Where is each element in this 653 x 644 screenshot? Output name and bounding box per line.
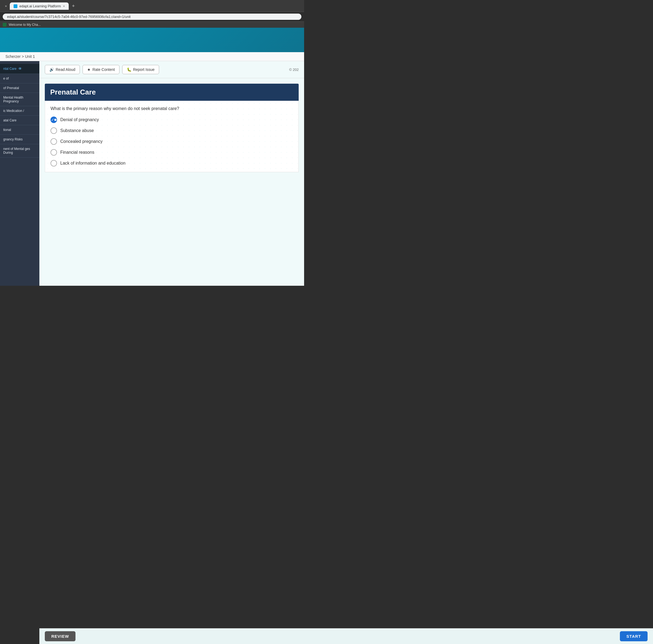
sidebar-item-gnancy-risks[interactable]: gnancy Risks bbox=[0, 135, 39, 144]
answer-option-c[interactable]: Concealed pregnancy bbox=[50, 138, 293, 145]
bookmark-favicon bbox=[3, 23, 6, 27]
sidebar-item-label: atal Care bbox=[3, 118, 17, 122]
new-tab-button[interactable]: + bbox=[70, 2, 77, 10]
tab-label: edapt.ai Learning Platform bbox=[20, 4, 61, 8]
radio-c[interactable] bbox=[50, 138, 57, 145]
eye-icon: 👁 bbox=[18, 67, 22, 71]
bookmarks-bar: Welcome to My Cha... bbox=[0, 21, 304, 28]
sidebar-item-eof[interactable]: e of bbox=[0, 74, 39, 84]
browser-chrome: × edapt.ai Learning Platform × + bbox=[0, 0, 304, 12]
bookmark-label[interactable]: Welcome to My Cha... bbox=[9, 23, 41, 27]
radio-a[interactable]: ✓ bbox=[50, 117, 57, 123]
answer-text-e: Lack of information and education bbox=[60, 161, 125, 166]
answer-text-d: Financial reasons bbox=[60, 150, 94, 155]
speaker-icon: 🔊 bbox=[49, 67, 54, 72]
rate-content-button[interactable]: ★ Rate Content bbox=[82, 65, 119, 74]
answer-options: ✓ Denial of pregnancy Substance abuse bbox=[50, 117, 293, 167]
report-issue-label: Report Issue bbox=[133, 67, 154, 72]
sidebar-item-prenatal-care[interactable]: ntal Care 👁 bbox=[0, 64, 39, 74]
sidebar-item-tional[interactable]: tional bbox=[0, 125, 39, 135]
sidebar-item-ic-medication[interactable]: ic Medication / bbox=[0, 106, 39, 116]
sidebar-item-mental-health[interactable]: Mental Health Pregnancy bbox=[0, 93, 39, 106]
question-section: Prenatal Care What is the primary reason… bbox=[45, 84, 299, 172]
answer-option-d[interactable]: Financial reasons bbox=[50, 149, 293, 156]
address-bar[interactable]: edapt.ai/student/course/7c3714c5-7a04-46… bbox=[3, 14, 301, 20]
sidebar-item-mental-ages[interactable]: nent of Mental ges During bbox=[0, 144, 39, 158]
sidebar-item-label: ntal Care bbox=[3, 67, 17, 71]
sidebar-item-label: tional bbox=[3, 128, 11, 132]
question-text: What is the primary reason why women do … bbox=[50, 106, 293, 111]
tab-bar: × edapt.ai Learning Platform × + bbox=[3, 2, 301, 10]
copyright-text: © 202 bbox=[289, 68, 299, 72]
question-title: Prenatal Care bbox=[50, 88, 293, 96]
tab-favicon bbox=[14, 4, 17, 8]
question-body: What is the primary reason why women do … bbox=[45, 101, 299, 172]
answer-text-c: Concealed pregnancy bbox=[60, 139, 103, 144]
sidebar-item-label: ic Medication / bbox=[3, 109, 24, 113]
sidebar-item-label: nent of Mental ges During bbox=[3, 147, 36, 154]
radio-b[interactable] bbox=[50, 127, 57, 134]
checkmark-icon: ✓ bbox=[51, 118, 54, 122]
address-bar-row: edapt.ai/student/course/7c3714c5-7a04-46… bbox=[0, 12, 304, 21]
answer-option-a[interactable]: ✓ Denial of pregnancy bbox=[50, 117, 293, 123]
content-area: ntal Care 👁 e of of Prenatal Mental Heal… bbox=[0, 61, 304, 286]
active-tab[interactable]: edapt.ai Learning Platform × bbox=[10, 2, 69, 10]
close-other-tab-button[interactable]: × bbox=[3, 3, 9, 9]
radio-d[interactable] bbox=[50, 149, 57, 156]
star-icon: ★ bbox=[87, 67, 91, 72]
sidebar-item-label: e of bbox=[3, 77, 9, 80]
sidebar-item-atal-care[interactable]: atal Care bbox=[0, 116, 39, 125]
read-aloud-label: Read Aloud bbox=[56, 67, 75, 72]
top-header bbox=[0, 28, 304, 52]
sidebar-item-label: gnancy Risks bbox=[3, 138, 23, 141]
answer-text-a: Denial of pregnancy bbox=[60, 117, 99, 122]
rate-content-label: Rate Content bbox=[92, 67, 115, 72]
sidebar-item-of-prenatal[interactable]: of Prenatal bbox=[0, 84, 39, 93]
report-issue-button[interactable]: 🐛 Report Issue bbox=[122, 65, 159, 74]
sidebar: ntal Care 👁 e of of Prenatal Mental Heal… bbox=[0, 61, 39, 286]
sidebar-item-label: of Prenatal bbox=[3, 86, 19, 90]
breadcrumb: Scherzer > Unit 1 bbox=[0, 52, 304, 61]
tab-close-icon[interactable]: × bbox=[63, 4, 65, 8]
toolbar: 🔊 Read Aloud ★ Rate Content 🐛 Report Iss… bbox=[39, 61, 304, 78]
page-wrapper: Scherzer > Unit 1 ntal Care 👁 e of of Pr… bbox=[0, 28, 304, 286]
read-aloud-button[interactable]: 🔊 Read Aloud bbox=[45, 65, 80, 74]
question-header: Prenatal Care bbox=[45, 84, 299, 101]
bug-icon: 🐛 bbox=[127, 67, 131, 72]
main-content: 🔊 Read Aloud ★ Rate Content 🐛 Report Iss… bbox=[39, 61, 304, 286]
breadcrumb-text: Scherzer > Unit 1 bbox=[5, 54, 35, 59]
answer-text-b: Substance abuse bbox=[60, 128, 94, 133]
answer-option-b[interactable]: Substance abuse bbox=[50, 127, 293, 134]
sidebar-item-label: Mental Health Pregnancy bbox=[3, 96, 36, 103]
answer-option-e[interactable]: Lack of information and education bbox=[50, 160, 293, 167]
radio-e[interactable] bbox=[50, 160, 57, 167]
